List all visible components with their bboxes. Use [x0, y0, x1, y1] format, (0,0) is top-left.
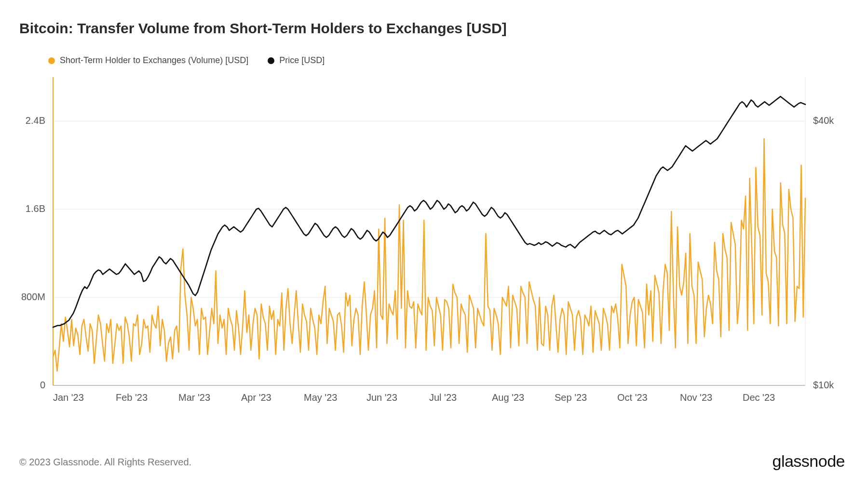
- legend-label-price: Price [USD]: [279, 55, 325, 66]
- svg-text:Feb '23: Feb '23: [116, 392, 148, 403]
- legend-item-price: Price [USD]: [268, 55, 325, 66]
- svg-text:Jul '23: Jul '23: [429, 392, 457, 403]
- svg-text:Dec '23: Dec '23: [743, 392, 775, 403]
- plot-area: 0800M1.6B2.4B$10k$40kJan '23Feb '23Mar '…: [53, 67, 805, 414]
- svg-text:800M: 800M: [21, 291, 45, 302]
- chart-svg: 0800M1.6B2.4B$10k$40kJan '23Feb '23Mar '…: [53, 67, 805, 414]
- svg-text:Sep '23: Sep '23: [555, 392, 587, 403]
- svg-text:$10k: $10k: [813, 380, 834, 390]
- svg-text:Mar '23: Mar '23: [178, 392, 210, 403]
- svg-text:May '23: May '23: [304, 392, 337, 403]
- svg-text:0: 0: [40, 380, 45, 390]
- chart-title: Bitcoin: Transfer Volume from Short-Term…: [19, 20, 507, 37]
- svg-text:$40k: $40k: [813, 115, 834, 126]
- chart-container: Bitcoin: Transfer Volume from Short-Term…: [0, 0, 868, 488]
- legend: Short-Term Holder to Exchanges (Volume) …: [48, 55, 325, 66]
- svg-text:Oct '23: Oct '23: [617, 392, 648, 403]
- svg-text:Apr '23: Apr '23: [241, 392, 271, 403]
- svg-text:Nov '23: Nov '23: [680, 392, 712, 403]
- legend-item-volume: Short-Term Holder to Exchanges (Volume) …: [48, 55, 248, 66]
- svg-text:Aug '23: Aug '23: [492, 392, 524, 403]
- legend-dot-price: [268, 57, 274, 64]
- footer-brand: glassnode: [772, 452, 845, 471]
- svg-text:Jan '23: Jan '23: [53, 392, 84, 403]
- legend-label-volume: Short-Term Holder to Exchanges (Volume) …: [60, 55, 248, 66]
- svg-text:Jun '23: Jun '23: [366, 392, 397, 403]
- legend-dot-volume: [48, 57, 55, 64]
- svg-text:1.6B: 1.6B: [26, 203, 45, 214]
- svg-text:2.4B: 2.4B: [26, 115, 45, 126]
- footer-copyright: © 2023 Glassnode. All Rights Reserved.: [19, 457, 191, 468]
